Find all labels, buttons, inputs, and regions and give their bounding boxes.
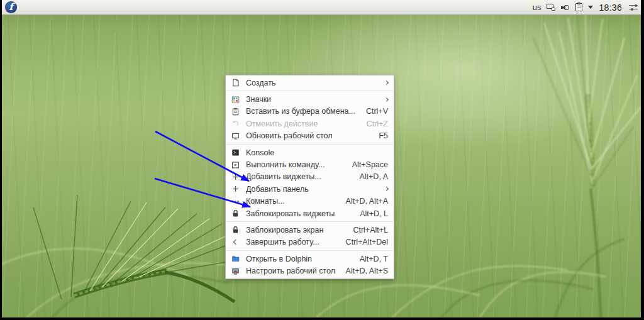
keyboard-layout-indicator[interactable]: us [533,3,541,12]
menu-item-open-in-dolphin[interactable]: Открыть в Dolphin Alt+D, T [226,253,394,265]
plus-icon [231,185,240,194]
monitor-icon [231,131,240,140]
menu-item-label: Выполнить команду... [246,160,342,169]
desktop-icons-icon [231,95,240,104]
lock-icon [231,226,240,234]
menu-item-label: Вставить из буфера обмена... [246,107,356,116]
menu-item-shortcut: Alt+D, T [360,255,388,263]
menu-item-label: Konsole [246,148,388,157]
konsole-icon [231,148,240,157]
top-panel: f us 18:36 [2,0,641,15]
menu-separator [226,91,393,91]
menu-item-shortcut: Ctrl+Alt+L [353,226,388,234]
menu-item-label: Заблокировать виджеты [246,209,350,218]
logout-chevron-icon [231,238,240,246]
desktop-surface[interactable]: f us 18:36 [2,0,641,317]
menu-item-shortcut: Alt+D, L [360,209,388,218]
menu-item-paste[interactable]: Вставить из буфера обмена... Ctrl+V [226,106,394,118]
menu-item-add-widgets[interactable]: Добавить виджеты... Alt+D, A [226,171,394,183]
menu-item-configure-desktop[interactable]: Настроить рабочий стол... Alt+D, Alt+S [226,265,394,277]
chevron-right-icon [384,80,389,85]
menu-item-shortcut: Alt+D, Alt+S [346,267,388,275]
device-notifier-icon[interactable] [547,4,555,11]
menu-item-add-panel[interactable]: Добавить панель [226,183,394,195]
folder-icon [231,255,240,263]
chevron-right-icon [384,97,389,102]
menu-item-label: Значки [246,95,375,104]
menu-item-label: Отменить действие [246,119,357,128]
screenshot: f us 18:36 [0,0,644,320]
new-document-icon [231,79,240,87]
menu-item-activities[interactable]: Комнаты... Alt+D, Alt+A [226,196,394,207]
undo-icon [231,119,240,128]
run-command-icon [231,160,240,169]
menu-item-label: Обновить рабочий стол [246,131,369,140]
system-tray: us 18:36 [533,0,641,14]
configure-desktop-icon [231,267,240,275]
menu-separator [226,144,393,145]
menu-item-label: Добавить панель [246,185,375,194]
digital-clock[interactable]: 18:36 [599,3,622,13]
clipboard-tray-icon[interactable] [575,3,582,11]
menu-item-shortcut: Ctrl+Alt+Del [346,238,388,246]
activities-icon [231,197,240,206]
menu-item-shortcut: Ctrl+Z [367,119,388,128]
desktop-context-menu: Создать Значки Вставить из буфера обмена… [225,75,394,279]
clipboard-icon [231,107,240,116]
lock-icon [231,209,240,218]
expand-tray-caret-icon[interactable] [588,6,593,9]
menu-item-refresh-desktop[interactable]: Обновить рабочий стол F5 [226,130,394,142]
menu-item-label: Завершить работу... [246,238,336,246]
menu-item-icons[interactable]: Значки [226,93,394,105]
panel-toolbox-icon[interactable] [629,4,638,11]
menu-separator [226,221,393,222]
menu-item-shortcut: Ctrl+V [366,107,388,116]
menu-item-run-command[interactable]: Выполнить команду... Alt+Space [226,158,394,170]
menu-item-label: Комнаты... [246,197,336,206]
fedora-launcher-icon[interactable]: f [5,1,17,13]
menu-item-shortcut: Alt+D, A [359,172,388,181]
menu-item-shortcut: Alt+D, Alt+A [346,197,388,206]
plus-icon [231,172,240,181]
menu-item-label: Заблокировать экран [246,226,343,234]
menu-item-create[interactable]: Создать [226,77,394,89]
menu-item-label: Настроить рабочий стол... [246,267,336,275]
menu-item-shortcut: F5 [379,131,388,140]
menu-item-label: Создать [246,79,375,87]
chevron-right-icon [384,187,389,191]
menu-separator [226,250,393,251]
menu-item-shortcut: Alt+Space [352,160,388,169]
menu-item-undo: Отменить действие Ctrl+Z [226,118,394,130]
menu-item-leave[interactable]: Завершить работу... Ctrl+Alt+Del [226,236,394,248]
menu-item-konsole[interactable]: Konsole [226,146,394,158]
menu-item-lock-widgets[interactable]: Заблокировать виджеты Alt+D, L [226,207,394,219]
menu-item-label: Открыть в Dolphin [246,255,350,263]
volume-icon[interactable] [561,4,570,11]
menu-item-lock-screen[interactable]: Заблокировать экран Ctrl+Alt+L [226,224,394,236]
menu-item-label: Добавить виджеты... [246,172,349,181]
